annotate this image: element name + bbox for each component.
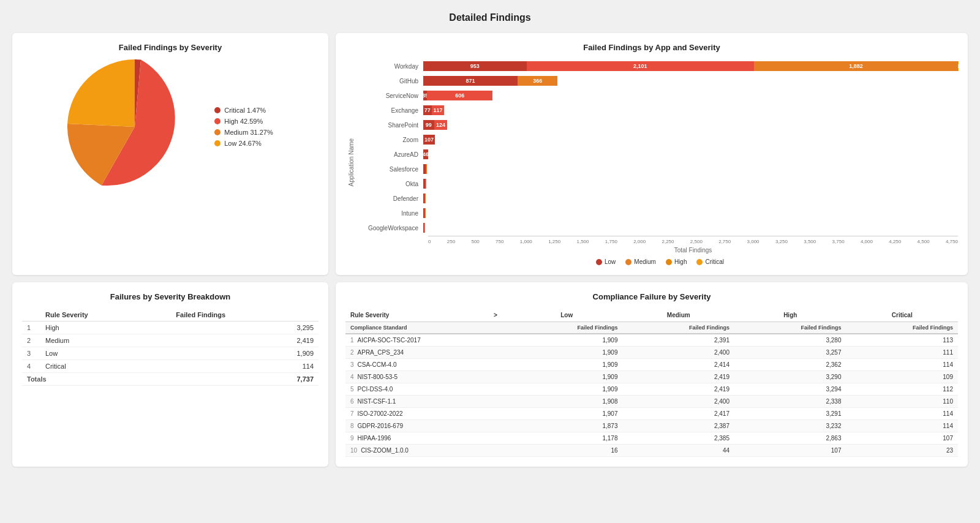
compliance-row: 6 NIST-CSF-1.1 1,908 2,400 2,338 110: [345, 396, 958, 408]
x-tick-1750: 1,750: [605, 239, 617, 244]
compliance-card: Compliance Failure by Severity Rule Seve…: [336, 282, 968, 467]
page-title: Detailed Findings: [12, 12, 968, 23]
bar-chart-card: Failed Findings by App and Severity Appl…: [336, 33, 968, 275]
medium-col-header: Medium: [623, 310, 735, 320]
severity-header-row: Rule Severity > Low Medium High Critical: [345, 309, 958, 322]
bar-row-workday: Workday9532,1011,8821: [362, 59, 958, 73]
bar-row-okta: Okta: [362, 177, 958, 190]
bar-app-label: Exchange: [362, 107, 423, 114]
bar-legend-dot-medium: [625, 259, 631, 265]
compliance-medium: 2,400: [623, 347, 735, 358]
sub-high-findings: Failed Findings: [734, 323, 846, 332]
compliance-high: 2,362: [734, 359, 846, 371]
row-num: 9: [350, 435, 354, 442]
compliance-low: 1,907: [511, 408, 623, 420]
chevron-label[interactable]: >: [480, 310, 511, 320]
legend-label-critical: Critical 1.47%: [224, 107, 266, 114]
bar-segment-medium: [426, 164, 427, 174]
x-tick-4750: 4,750: [946, 239, 958, 244]
bar-track: [423, 164, 958, 174]
compliance-high: 3,280: [734, 334, 846, 346]
bar-app-label: Intune: [362, 210, 423, 217]
bar-track: 77117: [423, 105, 958, 115]
bar-segment-critical: 871: [423, 76, 518, 86]
severity-breakdown-card: Failures by Severity Breakdown Rule Seve…: [12, 282, 328, 467]
standard-name: CIS-ZOOM_1.0.0: [361, 447, 409, 454]
compliance-title: Compliance Failure by Severity: [345, 292, 958, 301]
bar-row-sharepoint: SharePoint99124: [362, 118, 958, 132]
x-tick-2250: 2,250: [662, 239, 674, 244]
x-tick-1500: 1,500: [576, 239, 589, 244]
compliance-medium: 2,385: [623, 432, 735, 444]
compliance-standard: 4 NIST-800-53-5: [345, 371, 480, 383]
breakdown-col-num: [22, 309, 40, 322]
bar-track: 99124: [423, 120, 958, 130]
compliance-low: 1,909: [511, 334, 623, 346]
breakdown-table-body: 1 High 3,295 2 Medium 2,419 3 Low 1,909 …: [22, 322, 318, 386]
x-tick-0: 0: [428, 239, 431, 244]
compliance-medium: 2,414: [623, 359, 735, 371]
bar-chart-title: Failed Findings by App and Severity: [345, 43, 958, 52]
standard-name: ISO-27002-2022: [358, 410, 403, 417]
bar-app-label: ServiceNow: [362, 92, 423, 99]
x-tick-4000: 4,000: [861, 239, 873, 244]
bar-segment-high: 117: [432, 105, 445, 115]
compliance-row: 8 GDPR-2016-679 1,873 2,387 3,232 114: [345, 420, 958, 432]
bar-row-github: GitHub871366: [362, 74, 958, 88]
bar-track: 35606: [423, 91, 958, 100]
bar-row-exchange: Exchange77117: [362, 103, 958, 117]
bar-segment-critical: 107: [423, 135, 435, 145]
legend-high: High 42.59%: [214, 118, 273, 125]
bar-app-label: Okta: [362, 181, 423, 187]
compliance-medium: 2,419: [623, 371, 735, 383]
bar-app-label: GitHub: [362, 78, 423, 85]
low-col-header: Low: [511, 310, 623, 320]
compliance-empty: [480, 371, 511, 383]
compliance-row: 2 APRA_CPS_234 1,909 2,400 3,257 111: [345, 347, 958, 359]
x-tick-500: 500: [471, 239, 479, 244]
compliance-standard: 1 AICPA-SOC-TSC-2017: [345, 334, 480, 346]
compliance-sub-header: Compliance Standard Failed Findings Fail…: [345, 322, 958, 334]
compliance-standard: 6 NIST-CSF-1.1: [345, 396, 480, 407]
compliance-high: 2,338: [734, 396, 846, 407]
compliance-empty: [480, 445, 511, 456]
severity-breakdown-title: Failures by Severity Breakdown: [22, 292, 318, 301]
row-findings: 3,295: [171, 322, 318, 334]
compliance-critical: 23: [846, 445, 959, 456]
bar-track: [423, 208, 958, 218]
bar-legend-label-low: Low: [605, 258, 616, 265]
compliance-critical: 112: [846, 383, 959, 395]
compliance-low: 1,873: [511, 420, 623, 432]
standard-name: APRA_CPS_234: [358, 349, 404, 356]
compliance-row: 10 CIS-ZOOM_1.0.0 16 44 107 23: [345, 445, 958, 457]
compliance-critical: 111: [846, 347, 959, 358]
row-num: 4: [350, 374, 354, 380]
compliance-empty: [480, 408, 511, 420]
bar-chart-layout: Application Name Workday9532,1011,8821Gi…: [345, 59, 958, 265]
x-tick-1250: 1,250: [548, 239, 560, 244]
bar-app-label: AzureAD: [362, 151, 423, 158]
breakdown-row: 1 High 3,295: [22, 322, 318, 334]
compliance-row: 4 NIST-800-53-5 1,909 2,419 3,290 109: [345, 371, 958, 383]
bar-legend-medium: Medium: [625, 258, 656, 265]
row-findings: 2,419: [171, 334, 318, 347]
compliance-empty: [480, 334, 511, 346]
compliance-low: 1,909: [511, 383, 623, 395]
bar-legend-label-critical: Critical: [705, 258, 724, 265]
compliance-empty: [480, 347, 511, 358]
legend-low: Low 24.67%: [214, 140, 273, 147]
dashboard-grid: Failed Findings by Severity Critical 1.4…: [12, 33, 968, 467]
sub-medium-findings: Failed Findings: [623, 323, 735, 332]
high-col-header: High: [734, 310, 846, 320]
pie-chart-container: Critical 1.47% High 42.59% Medium 31.27%…: [22, 59, 318, 194]
standard-name: NIST-800-53-5: [358, 374, 398, 380]
row-num: 2: [350, 349, 354, 356]
compliance-empty: [480, 359, 511, 371]
compliance-row: 5 PCI-DSS-4.0 1,909 2,419 3,294 112: [345, 383, 958, 396]
bar-row-salesforce: Salesforce: [362, 162, 958, 176]
x-tick-250: 250: [447, 239, 455, 244]
standard-name: CSA-CCM-4.0: [358, 361, 397, 368]
bar-legend-label-high: High: [674, 258, 687, 265]
compliance-empty: [480, 432, 511, 444]
compliance-row: 3 CSA-CCM-4.0 1,909 2,414 2,362 114: [345, 359, 958, 371]
